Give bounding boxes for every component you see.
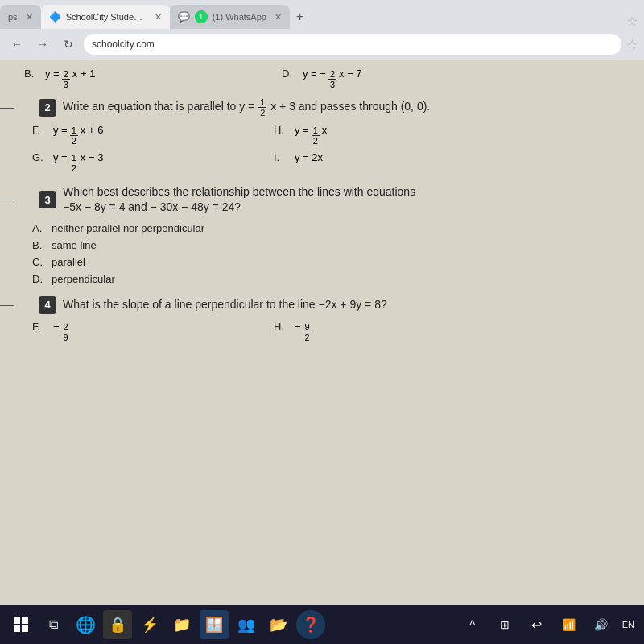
- q3-c-label: C.: [32, 256, 47, 268]
- numerator: 1: [312, 126, 320, 136]
- denominator: 2: [258, 108, 266, 118]
- tab-whatsapp-favicon: 💬: [178, 11, 190, 23]
- q3-option-a: A. neither parallel nor perpendicular: [32, 222, 628, 234]
- frac-h: 1 2: [312, 126, 320, 146]
- q3-option-d: D. perpendicular: [32, 273, 628, 285]
- whatsapp-badge: 1: [195, 10, 208, 23]
- edge-icon[interactable]: 🪟: [200, 610, 229, 639]
- windows-start-button[interactable]: [6, 610, 35, 639]
- volume-icon[interactable]: 🔊: [587, 610, 616, 639]
- answer-row-gi: G. y = 1 2 x − 3 I. y = 2x: [32, 151, 628, 173]
- frac-q4-f: 2 9: [62, 322, 70, 342]
- option-f: F. y = 1 2 x + 6: [32, 124, 274, 146]
- tab-ps-close[interactable]: ✕: [26, 12, 33, 23]
- folder-icon[interactable]: 📁: [167, 610, 196, 639]
- q3-d-label: D.: [32, 273, 47, 285]
- option-g-label: G.: [32, 151, 47, 163]
- q4-option-h: H. − 9 2: [274, 320, 515, 342]
- q3-option-c: C. parallel: [32, 256, 628, 268]
- lightning-icon[interactable]: ⚡: [135, 610, 164, 639]
- question-3-header: 3 Which best describes the relationship …: [16, 184, 628, 216]
- q4-h-col: H. − 9 2: [274, 320, 515, 342]
- denominator: 9: [62, 332, 70, 342]
- option-d-col: D. y = − 2 3 x − 7: [282, 68, 523, 89]
- option-b: B. y = 2 3 x + 1: [24, 68, 282, 89]
- q3-b-label: B.: [32, 239, 47, 251]
- frac-f: 1 2: [70, 126, 78, 146]
- wifi-icon[interactable]: 📶: [555, 610, 584, 639]
- teams-icon[interactable]: 👥: [232, 610, 261, 639]
- win-cell-1: [14, 617, 20, 624]
- option-f-y: y =: [53, 124, 68, 136]
- task-view-button[interactable]: ⧉: [39, 610, 68, 639]
- option-d-label: D.: [282, 68, 296, 80]
- file-explorer-icon[interactable]: 🔒: [103, 610, 132, 639]
- q4-partial-options: F. − 2 9 H. − 9 2: [32, 320, 628, 342]
- option-h-x: x: [322, 124, 328, 136]
- taskbar: ⧉ 🌐 🔒 ⚡ 📁 🪟 👥 📂 ❓ ^ ⊞ ↩ 📶 🔊 EN: [0, 605, 644, 644]
- win-cell-3: [14, 625, 20, 632]
- tab-schoolcity[interactable]: 🔷 SchoolCity Student | Illuminate E... ✕: [41, 5, 170, 29]
- help-icon[interactable]: ❓: [296, 610, 325, 639]
- undo-icon[interactable]: ↩: [522, 610, 551, 639]
- option-i-label: I.: [274, 151, 288, 163]
- tab-whatsapp[interactable]: 💬 1 (1) WhatsApp ✕: [170, 5, 290, 29]
- question-4-number: 4: [39, 296, 56, 314]
- tab-schoolcity-close[interactable]: ✕: [155, 12, 162, 23]
- denominator: 2: [312, 136, 320, 146]
- option-i-col: I. y = 2x: [274, 151, 515, 163]
- denominator: 2: [303, 332, 312, 342]
- option-g-rest: x − 3: [80, 151, 104, 163]
- question-3-number: 3: [39, 191, 56, 208]
- back-button[interactable]: ←: [6, 34, 27, 55]
- address-bar[interactable]: schoolcity.com: [84, 34, 621, 55]
- caret-icon[interactable]: ^: [458, 610, 487, 639]
- question-2-header: 2 Write an equation that is parallel to …: [16, 97, 628, 118]
- language-indicator: EN: [619, 620, 638, 630]
- numerator: 1: [258, 97, 266, 108]
- numerator: 9: [303, 322, 312, 332]
- option-b-text: y =: [45, 68, 60, 80]
- q3-a-label: A.: [32, 222, 47, 234]
- denominator: 3: [62, 80, 70, 89]
- option-f-rest: x + 6: [80, 124, 104, 136]
- refresh-button[interactable]: ↻: [58, 34, 79, 55]
- fraction-2-3-d: 2 3: [328, 69, 336, 89]
- question-4-options: F. − 2 9 H. − 9 2: [16, 320, 628, 342]
- option-h: H. y = 1 2 x: [274, 124, 515, 146]
- option-g-col: G. y = 1 2 x − 3: [32, 151, 274, 173]
- tab-ps-label: ps: [8, 12, 18, 22]
- question-2-text: Write an equation that is parallel to y …: [63, 97, 430, 118]
- tab-whatsapp-close[interactable]: ✕: [275, 12, 282, 23]
- address-star-icon[interactable]: ☆: [626, 37, 638, 52]
- bookmark-star-icon[interactable]: ☆: [626, 14, 638, 29]
- question-2-options: F. y = 1 2 x + 6 H. y = 1: [16, 124, 628, 172]
- option-i: I. y = 2x: [274, 151, 515, 163]
- page-content: B. y = 2 3 x + 1 D. y = − 2 3 x − 7: [0, 60, 644, 605]
- win-cell-4: [22, 625, 28, 632]
- browser-chrome: ps ✕ 🔷 SchoolCity Student | Illuminate E…: [0, 0, 644, 60]
- chrome-icon[interactable]: 🌐: [71, 610, 100, 639]
- new-tab-button[interactable]: +: [290, 6, 310, 27]
- numerator: 2: [328, 69, 336, 80]
- network-icon[interactable]: ⊞: [490, 610, 519, 639]
- question-3-text: Which best describes the relationship be…: [63, 184, 415, 216]
- numerator: 1: [70, 153, 78, 163]
- question-3-options: A. neither parallel nor perpendicular B.…: [16, 222, 628, 285]
- tab-ps[interactable]: ps ✕: [0, 5, 41, 29]
- forward-button[interactable]: →: [32, 34, 53, 55]
- folder-orange-icon[interactable]: 📂: [264, 610, 293, 639]
- option-h-col: H. y = 1 2 x: [274, 124, 515, 146]
- question-4-text: What is the slope of a line perpendicula…: [63, 297, 387, 313]
- answer-row-fh: F. y = 1 2 x + 6 H. y = 1: [32, 124, 628, 146]
- address-text: schoolcity.com: [92, 39, 155, 50]
- q2-fraction: 1 2: [258, 97, 266, 118]
- question-2-number: 2: [39, 99, 56, 117]
- tab-bar: ps ✕ 🔷 SchoolCity Student | Illuminate E…: [0, 0, 644, 29]
- option-b-label: B.: [24, 68, 39, 80]
- question-4-header: 4 What is the slope of a line perpendicu…: [16, 296, 628, 314]
- q4-f-col: F. − 2 9: [32, 320, 274, 342]
- denominator: 3: [328, 80, 336, 89]
- address-bar-row: ← → ↻ schoolcity.com ☆: [0, 29, 644, 60]
- option-i-eq: y = 2x: [295, 151, 323, 163]
